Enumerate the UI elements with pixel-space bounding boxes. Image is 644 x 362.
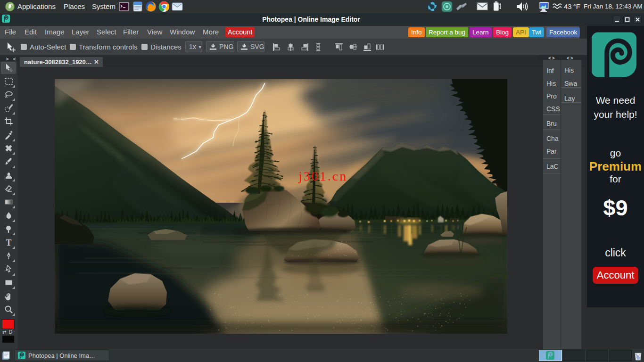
svg-text:j301.cn: j301.cn <box>298 169 347 183</box>
svg-text:T: T <box>6 238 11 247</box>
